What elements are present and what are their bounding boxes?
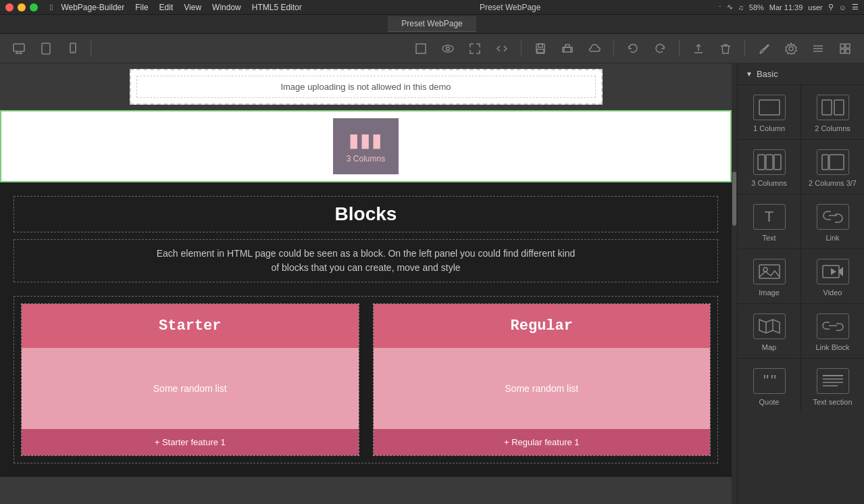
panel-item-image[interactable]: Image bbox=[738, 249, 801, 303]
starter-card-feature: + Starter feature 1 bbox=[22, 429, 359, 455]
mobile-view-button[interactable] bbox=[62, 38, 84, 59]
svg-rect-25 bbox=[759, 100, 780, 115]
window-tab-bar: Preset WebPage bbox=[0, 15, 864, 34]
svg-rect-10 bbox=[536, 44, 544, 53]
menu-bar[interactable]: WebPage-Builder File Edit View Window HT… bbox=[61, 3, 301, 12]
menu-html5editor[interactable]: HTML5 Editor bbox=[252, 3, 302, 12]
system-title-bar:  WebPage-Builder File Edit View Window … bbox=[0, 0, 864, 15]
svg-rect-32 bbox=[830, 155, 844, 170]
panel-item-text-section[interactable]: Text section bbox=[801, 359, 864, 413]
grid-view-button[interactable] bbox=[834, 38, 856, 59]
window-controls[interactable] bbox=[5, 3, 38, 11]
scrollbar-thumb[interactable] bbox=[732, 172, 736, 226]
clock: Mar 11:39 bbox=[769, 3, 803, 11]
text-section-label: Text section bbox=[813, 398, 852, 406]
save-button[interactable] bbox=[530, 38, 551, 59]
panel-item-video[interactable]: Video bbox=[801, 249, 864, 303]
fullscreen-toggle-button[interactable] bbox=[464, 38, 486, 59]
menu-edit[interactable]: Edit bbox=[159, 3, 174, 12]
layout-selector-row[interactable]: ▮▮▮ 3 Columns bbox=[0, 110, 732, 182]
svg-rect-0 bbox=[14, 44, 24, 51]
desktop-view-button[interactable] bbox=[8, 38, 30, 59]
svg-rect-12 bbox=[537, 49, 544, 53]
text-label: Text bbox=[762, 234, 776, 242]
frame-button[interactable] bbox=[410, 38, 432, 59]
cloud-button[interactable] bbox=[584, 38, 605, 59]
window-title: Preset WebPage bbox=[302, 3, 719, 12]
brush-button[interactable] bbox=[753, 38, 775, 59]
panel-item-link-block[interactable]: Link Block bbox=[801, 304, 864, 358]
panel-item-quote[interactable]: " " Quote bbox=[738, 359, 801, 413]
blocks-subtext-wrapper: Each element in HTML page could be seen … bbox=[14, 239, 718, 282]
redo-button[interactable] bbox=[649, 38, 671, 59]
system-status: ⋅ ∿ ♫ 58% Mar 11:39 user ⚲ ☺ ☰ bbox=[719, 3, 859, 11]
svg-rect-31 bbox=[822, 155, 828, 170]
svg-rect-11 bbox=[538, 44, 542, 47]
svg-point-8 bbox=[442, 45, 453, 52]
panel-item-1-column[interactable]: 1 Column bbox=[738, 85, 801, 139]
starter-card-header: Starter bbox=[22, 304, 359, 348]
3-columns-selector[interactable]: ▮▮▮ 3 Columns bbox=[333, 118, 399, 174]
device-switcher[interactable] bbox=[8, 38, 84, 59]
search-icon[interactable]: ⚲ bbox=[828, 3, 834, 11]
svg-rect-7 bbox=[416, 44, 426, 53]
svg-rect-28 bbox=[758, 155, 765, 170]
fullscreen-button[interactable] bbox=[30, 3, 38, 11]
menu-file[interactable]: File bbox=[135, 3, 148, 12]
link-icon bbox=[817, 204, 849, 230]
wifi-icon: ∿ bbox=[727, 3, 733, 11]
panel-item-3-columns[interactable]: 3 Columns bbox=[738, 140, 801, 194]
blocks-subtext: Each element in HTML page could be seen … bbox=[21, 247, 711, 275]
minimize-button[interactable] bbox=[18, 3, 26, 11]
pricing-card-starter[interactable]: Starter Some random list + Starter featu… bbox=[21, 303, 359, 456]
2-columns-37-icon bbox=[817, 149, 849, 175]
upload-button[interactable] bbox=[688, 38, 709, 59]
preview-button[interactable] bbox=[437, 38, 459, 59]
svg-rect-22 bbox=[846, 44, 850, 48]
svg-rect-30 bbox=[774, 155, 781, 170]
apple-icon:  bbox=[50, 3, 53, 12]
video-label: Video bbox=[823, 288, 842, 297]
code-button[interactable] bbox=[491, 38, 513, 59]
tablet-view-button[interactable] bbox=[35, 38, 57, 59]
panel-item-link[interactable]: Link bbox=[801, 195, 864, 249]
undo-button[interactable] bbox=[622, 38, 644, 59]
svg-rect-29 bbox=[766, 155, 773, 170]
pricing-card-regular[interactable]: Regular Some random list + Regular featu… bbox=[373, 303, 711, 456]
image-label: Image bbox=[759, 288, 780, 297]
window-tab[interactable]: Preset WebPage bbox=[388, 16, 476, 32]
blocks-heading: Blocks bbox=[21, 203, 711, 225]
regular-card-header: Regular bbox=[374, 304, 711, 348]
menu-view[interactable]: View bbox=[184, 3, 201, 12]
svg-rect-4 bbox=[42, 43, 50, 54]
panel-section-label: Basic bbox=[757, 69, 778, 79]
delete-button[interactable] bbox=[715, 38, 736, 59]
bluetooth-icon: ⋅ bbox=[719, 3, 721, 11]
toolbar-separator-5 bbox=[744, 41, 745, 57]
svg-rect-23 bbox=[840, 49, 844, 53]
canvas-area[interactable]: Image uploading is not allowed in this d… bbox=[0, 64, 732, 504]
canvas-scrollbar[interactable] bbox=[732, 64, 737, 504]
panel-item-text[interactable]: T Text bbox=[738, 195, 801, 249]
panel-item-2-columns[interactable]: 2 Columns bbox=[801, 85, 864, 139]
toolbar-separator-1 bbox=[91, 41, 91, 57]
3-columns-label: 3 Columns bbox=[347, 154, 385, 163]
panel-item-2-columns-37[interactable]: 2 Columns 3/7 bbox=[801, 140, 864, 194]
close-button[interactable] bbox=[5, 3, 14, 11]
print-button[interactable] bbox=[557, 38, 578, 59]
video-icon bbox=[817, 259, 849, 284]
quote-icon: " " bbox=[753, 368, 786, 394]
svg-point-6 bbox=[72, 51, 74, 52]
hamburger-menu-button[interactable] bbox=[807, 38, 829, 59]
panel-item-map[interactable]: Map bbox=[738, 304, 801, 358]
toolbar-actions[interactable] bbox=[410, 38, 856, 59]
blocks-heading-wrapper: Blocks bbox=[14, 196, 718, 232]
main-toolbar bbox=[0, 34, 864, 64]
settings-button[interactable] bbox=[780, 38, 802, 59]
panel-section-header: ▼ Basic bbox=[738, 64, 864, 85]
menu-app[interactable]: WebPage-Builder bbox=[61, 3, 124, 12]
2-columns-37-label: 2 Columns 3/7 bbox=[809, 179, 857, 187]
menu-window[interactable]: Window bbox=[212, 3, 241, 12]
toolbar-separator-3 bbox=[613, 41, 614, 57]
list-icon: ☰ bbox=[852, 3, 859, 11]
